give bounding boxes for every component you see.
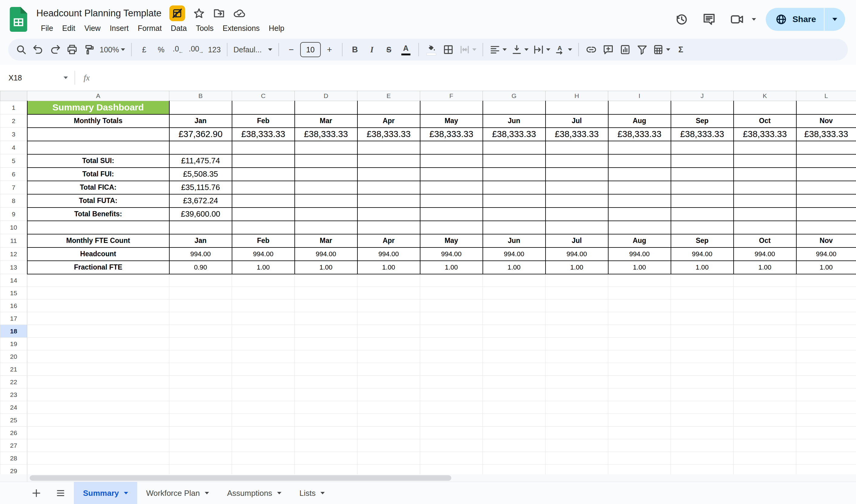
cell-H14[interactable] (546, 274, 608, 287)
cell-J12[interactable]: 994.00 (671, 248, 734, 261)
cell-K27[interactable] (734, 439, 796, 452)
cell-F7[interactable] (420, 181, 483, 194)
video-call-caret-icon[interactable] (752, 18, 756, 21)
row-header-15[interactable]: 15 (0, 287, 27, 300)
cell-D10[interactable] (295, 221, 357, 234)
cell-L13[interactable]: 1.00 (796, 261, 856, 274)
cloud-saved-icon[interactable] (233, 7, 245, 19)
cell-J20[interactable] (671, 350, 734, 363)
cell-B28[interactable] (169, 452, 232, 465)
cell-K28[interactable] (734, 452, 796, 465)
cell-E23[interactable] (357, 389, 420, 401)
cell-G22[interactable] (483, 376, 546, 389)
cell-F17[interactable] (420, 312, 483, 325)
cell-L27[interactable] (796, 439, 856, 452)
cell-D7[interactable] (295, 181, 357, 194)
cell-J23[interactable] (671, 389, 734, 401)
row-header-1[interactable]: 1 (0, 101, 27, 114)
cell-E22[interactable] (357, 376, 420, 389)
cell-E8[interactable] (357, 194, 420, 208)
cell-A18[interactable] (27, 325, 169, 338)
row-header-11[interactable]: 11 (0, 234, 27, 248)
cell-J18[interactable] (671, 325, 734, 338)
cell-H19[interactable] (546, 338, 608, 350)
row-header-2[interactable]: 2 (0, 114, 27, 128)
cell-H21[interactable] (546, 363, 608, 376)
cell-B6[interactable]: £5,508.35 (169, 167, 232, 181)
cell-D12[interactable]: 994.00 (295, 248, 357, 261)
cell-C5[interactable] (232, 154, 295, 167)
cell-G21[interactable] (483, 363, 546, 376)
tab-summary[interactable]: Summary (74, 482, 137, 504)
vertical-align-button[interactable] (509, 41, 530, 58)
insert-link-button[interactable] (583, 41, 599, 58)
cell-A2[interactable]: Monthly Totals (27, 114, 169, 128)
cell-H16[interactable] (546, 300, 608, 312)
cell-I13[interactable]: 1.00 (608, 261, 671, 274)
cell-C15[interactable] (232, 287, 295, 300)
cell-E13[interactable]: 1.00 (357, 261, 420, 274)
cell-B1[interactable] (169, 101, 232, 114)
cell-F3[interactable]: £38,333.33 (420, 128, 483, 141)
cell-J17[interactable] (671, 312, 734, 325)
cell-G29[interactable] (483, 465, 546, 475)
cell-D18[interactable] (295, 325, 357, 338)
insert-chart-button[interactable] (617, 41, 633, 58)
cell-K24[interactable] (734, 401, 796, 414)
cell-C12[interactable]: 994.00 (232, 248, 295, 261)
menu-tools[interactable]: Tools (191, 22, 218, 34)
decrease-decimal-button[interactable]: .0← (170, 41, 186, 58)
cell-L26[interactable] (796, 427, 856, 439)
cell-A13[interactable]: Fractional FTE (27, 261, 169, 274)
cell-A19[interactable] (27, 338, 169, 350)
cell-D13[interactable]: 1.00 (295, 261, 357, 274)
column-header-C[interactable]: C (232, 91, 295, 101)
comments-button[interactable] (697, 7, 721, 31)
cell-G20[interactable] (483, 350, 546, 363)
cell-C17[interactable] (232, 312, 295, 325)
cell-H6[interactable] (546, 167, 608, 181)
cell-H25[interactable] (546, 414, 608, 427)
column-header-D[interactable]: D (295, 91, 357, 101)
cell-F12[interactable]: 994.00 (420, 248, 483, 261)
cell-L2[interactable]: Nov (796, 114, 856, 128)
cell-L4[interactable] (796, 141, 856, 154)
add-sheet-button[interactable] (29, 482, 44, 504)
cell-H15[interactable] (546, 287, 608, 300)
horizontal-scrollbar[interactable] (30, 475, 451, 481)
percent-format-button[interactable]: % (153, 41, 169, 58)
cell-I1[interactable] (608, 101, 671, 114)
cell-C10[interactable] (232, 221, 295, 234)
cell-E29[interactable] (357, 465, 420, 475)
cell-D23[interactable] (295, 389, 357, 401)
cell-I6[interactable] (608, 167, 671, 181)
name-box[interactable]: X18 (8, 73, 68, 82)
row-header-10[interactable]: 10 (0, 221, 27, 234)
cell-D16[interactable] (295, 300, 357, 312)
cell-E5[interactable] (357, 154, 420, 167)
cell-L8[interactable] (796, 194, 856, 208)
cell-D28[interactable] (295, 452, 357, 465)
cell-E25[interactable] (357, 414, 420, 427)
row-header-5[interactable]: 5 (0, 154, 27, 167)
cell-B2[interactable]: Jan (169, 114, 232, 128)
cell-I15[interactable] (608, 287, 671, 300)
fill-color-button[interactable] (423, 41, 440, 58)
cell-C23[interactable] (232, 389, 295, 401)
cell-F20[interactable] (420, 350, 483, 363)
cell-E1[interactable] (357, 101, 420, 114)
cell-G3[interactable]: £38,333.33 (483, 128, 546, 141)
cell-E17[interactable] (357, 312, 420, 325)
cell-A17[interactable] (27, 312, 169, 325)
cell-L17[interactable] (796, 312, 856, 325)
cell-I26[interactable] (608, 427, 671, 439)
cell-E19[interactable] (357, 338, 420, 350)
cell-I18[interactable] (608, 325, 671, 338)
cell-G18[interactable] (483, 325, 546, 338)
cell-K15[interactable] (734, 287, 796, 300)
cell-F5[interactable] (420, 154, 483, 167)
paint-format-button[interactable] (81, 41, 97, 58)
cell-J16[interactable] (671, 300, 734, 312)
cell-J7[interactable] (671, 181, 734, 194)
row-header-19[interactable]: 19 (0, 338, 27, 350)
